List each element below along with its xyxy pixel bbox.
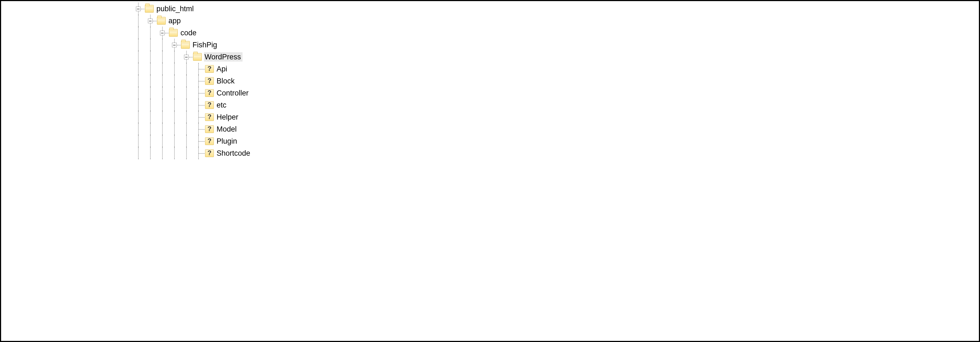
tree-label: Controller	[216, 88, 250, 97]
tree-node-plugin[interactable]: Plugin	[132, 135, 252, 147]
tree-connector	[192, 75, 205, 87]
collapse-toggle[interactable]	[156, 27, 169, 39]
collapse-toggle[interactable]	[132, 3, 145, 15]
tree-node-block[interactable]: Block	[132, 75, 252, 87]
unknown-folder-icon	[205, 125, 214, 133]
file-tree-panel: public_html app code FishPig	[0, 0, 980, 342]
tree-label: code	[180, 28, 198, 37]
tree-node-controller[interactable]: Controller	[132, 87, 252, 99]
unknown-folder-icon	[205, 149, 214, 157]
tree-node-etc[interactable]: etc	[132, 99, 252, 111]
unknown-folder-icon	[205, 77, 214, 85]
tree-node-public-html[interactable]: public_html	[132, 3, 252, 15]
unknown-folder-icon	[205, 137, 214, 145]
collapse-toggle[interactable]	[145, 15, 156, 27]
tree-connector	[192, 135, 205, 147]
tree-label: Api	[216, 64, 229, 74]
tree-connector	[192, 111, 205, 123]
folder-icon	[193, 53, 202, 61]
tree-connector	[192, 87, 205, 99]
tree-label: Shortcode	[216, 149, 252, 158]
tree-label: Model	[216, 125, 239, 134]
tree-node-helper[interactable]: Helper	[132, 111, 252, 123]
tree-connector	[192, 123, 205, 135]
tree-label: FishPig	[192, 40, 219, 50]
tree-label: Helper	[216, 112, 240, 122]
tree-label: Block	[216, 76, 236, 86]
tree-node-fishpig[interactable]: FishPig	[132, 39, 252, 51]
unknown-folder-icon	[205, 113, 214, 121]
tree-node-wordpress[interactable]: WordPress	[132, 51, 252, 63]
folder-icon	[181, 41, 190, 49]
unknown-folder-icon	[205, 89, 214, 97]
tree-node-app[interactable]: app	[132, 15, 252, 27]
tree-label: etc	[216, 101, 228, 110]
tree-label: Plugin	[216, 136, 239, 146]
unknown-folder-icon	[205, 65, 214, 73]
folder-icon	[145, 5, 154, 13]
tree-node-model[interactable]: Model	[132, 123, 252, 135]
tree-node-shortcode[interactable]: Shortcode	[132, 147, 252, 159]
tree-label: WordPress	[204, 52, 243, 62]
tree-node-code[interactable]: code	[132, 27, 252, 39]
collapse-toggle[interactable]	[180, 51, 192, 63]
tree-label: public_html	[156, 4, 196, 13]
tree-connector	[192, 99, 205, 111]
tree-connector	[192, 63, 205, 75]
tree-connector	[192, 147, 205, 159]
collapse-toggle[interactable]	[169, 39, 180, 51]
tree-node-api[interactable]: Api	[132, 63, 252, 75]
tree-label: app	[168, 16, 182, 26]
folder-icon	[169, 29, 178, 37]
folder-icon	[157, 17, 166, 25]
directory-tree[interactable]: public_html app code FishPig	[132, 3, 252, 159]
unknown-folder-icon	[205, 101, 214, 109]
